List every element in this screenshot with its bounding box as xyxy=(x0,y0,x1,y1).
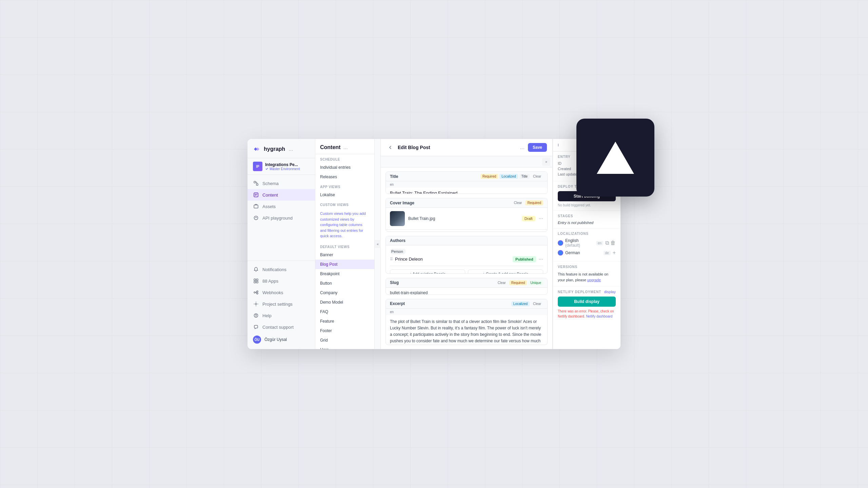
edit-body: Title Required Localized Title Clear en xyxy=(381,167,552,349)
german-lang-actions: + xyxy=(613,250,616,256)
content-list-title: Content xyxy=(320,144,340,150)
default-views-section-label: DEFAULT VIEWS xyxy=(315,242,374,250)
cover-thumb-visual xyxy=(390,211,405,226)
cover-dots-menu[interactable]: ··· xyxy=(539,216,543,222)
german-add-button[interactable]: + xyxy=(613,250,616,256)
excerpt-clear-button[interactable]: Clear xyxy=(531,301,543,306)
sidebar-item-help[interactable]: Help xyxy=(248,310,315,321)
slug-required-badge: Required xyxy=(509,280,527,285)
settings-icon xyxy=(253,301,259,307)
upgrade-link[interactable]: upgrade xyxy=(587,278,601,282)
english-copy-button[interactable]: ⧉ xyxy=(605,240,609,246)
sidebar-item-apps[interactable]: 88 Apps xyxy=(248,275,315,287)
list-item-button[interactable]: Button xyxy=(315,279,374,288)
sidebar-label-notifications: Notifications xyxy=(262,267,287,272)
english-flag-icon: 🌐 xyxy=(558,240,563,246)
add-existing-people-button[interactable]: + Add existing People xyxy=(390,269,465,274)
list-item-lokalise[interactable]: Lokalise xyxy=(315,190,374,200)
english-delete-button[interactable]: 🗑 xyxy=(610,240,616,246)
author-dots-menu[interactable]: ··· xyxy=(539,256,543,262)
title-clear-button[interactable]: Clear xyxy=(531,174,543,179)
stages-section-title: STAGES xyxy=(558,214,616,218)
support-icon xyxy=(253,324,259,330)
list-item-individual-entries[interactable]: Individual entries xyxy=(315,163,374,172)
build-display-button[interactable]: Build display xyxy=(558,297,616,307)
svg-rect-2 xyxy=(254,193,258,197)
back-button[interactable] xyxy=(386,143,394,151)
netlify-display-toggle[interactable]: display xyxy=(604,290,616,294)
svg-rect-0 xyxy=(254,181,256,183)
no-build-text: No build triggered yet. xyxy=(558,203,616,207)
id-label: ID xyxy=(558,161,561,165)
collapse-left-button[interactable]: « xyxy=(375,240,381,248)
sidebar-item-content[interactable]: Content xyxy=(248,189,315,201)
help-icon xyxy=(253,312,259,319)
author-name: ⠿ Prince Deleon xyxy=(390,257,423,262)
list-item-banner[interactable]: Banner xyxy=(315,250,374,260)
drag-handle-icon[interactable]: ⠿ xyxy=(390,257,393,262)
list-item-company[interactable]: Company xyxy=(315,288,374,298)
svg-rect-3 xyxy=(254,205,258,208)
list-item-breakpoint[interactable]: Breakpoint xyxy=(315,269,374,279)
list-item-faq[interactable]: FAQ xyxy=(315,307,374,317)
list-item-footer[interactable]: Footer xyxy=(315,326,374,336)
excerpt-field-label: Excerpt xyxy=(390,301,405,306)
save-button[interactable]: Save xyxy=(528,143,547,152)
sidebar-item-schema[interactable]: Schema xyxy=(248,178,315,189)
excerpt-localized-badge: Localized xyxy=(511,301,530,306)
schema-icon xyxy=(253,180,259,186)
person-tag-label: Person xyxy=(390,249,406,254)
list-item-blog-post[interactable]: Blog Post xyxy=(315,260,374,269)
netlify-error-text: There was an error. Please, check on Net… xyxy=(558,309,616,319)
excerpt-field-block: Excerpt Localized Clear en The plot of B… xyxy=(386,299,548,345)
collapse-right-button[interactable]: » xyxy=(542,158,550,166)
svg-rect-7 xyxy=(254,281,256,283)
replace-cover-link[interactable]: ↺ Replace Cover Image xyxy=(386,229,547,231)
sidebar-label-help: Help xyxy=(262,313,272,318)
svg-rect-6 xyxy=(256,279,258,281)
list-item-hero[interactable]: Hero xyxy=(315,345,374,349)
cover-draft-badge: Draft xyxy=(522,216,535,221)
cover-clear-button[interactable]: Clear xyxy=(512,200,524,205)
authors-content: Person ⠿ Prince Deleon Published ··· xyxy=(386,245,547,274)
list-item-releases[interactable]: Releases xyxy=(315,172,374,182)
authors-field-label: Authors xyxy=(390,238,406,243)
list-item-demo-model[interactable]: Demo Model xyxy=(315,298,374,307)
schedule-section-label: SCHEDULE xyxy=(315,154,374,163)
logo-dots-menu[interactable]: ... xyxy=(289,146,293,152)
content-list-dots-menu[interactable]: ... xyxy=(343,144,348,150)
sidebar-item-assets[interactable]: Assets xyxy=(248,201,315,212)
stages-value: Entry is not published xyxy=(558,221,616,225)
triangle-icon xyxy=(597,142,634,174)
title-input[interactable] xyxy=(386,188,547,194)
user-item[interactable]: ÖU Özgür Uysal xyxy=(248,333,315,346)
sidebar-label-content: Content xyxy=(262,192,278,198)
versions-text: This feature is not available on your pl… xyxy=(558,271,616,283)
sidebar-item-api[interactable]: API playground xyxy=(248,212,315,224)
netlify-dashboard-link[interactable]: Netlify dashboard xyxy=(586,314,612,318)
title-lang-indicator: en xyxy=(386,181,547,188)
sidebar-item-notifications[interactable]: Notifications xyxy=(248,264,315,275)
logo-area: hygraph ... xyxy=(248,139,315,158)
published-badge: Published xyxy=(513,256,536,262)
list-item-grid[interactable]: Grid xyxy=(315,336,374,345)
excerpt-field-badges: Localized Clear xyxy=(511,301,543,306)
svg-point-12 xyxy=(255,303,257,305)
author-actions: Published ··· xyxy=(513,256,543,262)
sidebar-item-webhooks[interactable]: Webhooks xyxy=(248,287,315,298)
german-flag-icon: 🌐 xyxy=(558,250,563,256)
cover-image-field-block: Cover Image Clear Required Bullet Train.… xyxy=(386,198,548,231)
edit-dots-menu[interactable]: ... xyxy=(520,144,525,150)
webhooks-icon xyxy=(253,289,259,296)
bell-icon xyxy=(253,266,259,272)
sidebar-label-webhooks: Webhooks xyxy=(262,290,283,295)
workspace-avatar: IP xyxy=(253,162,262,171)
list-item-feature[interactable]: Feature xyxy=(315,317,374,326)
localization-english: 🌐 English (default) en ⧉ 🗑 xyxy=(558,238,616,248)
workspace-selector[interactable]: IP Integrations Pe... Master Environment xyxy=(248,158,315,175)
slug-clear-button[interactable]: Clear xyxy=(496,280,508,285)
create-add-people-button[interactable]: + Create & add new People xyxy=(468,269,543,274)
overlay-icon-block xyxy=(576,119,654,197)
sidebar-item-contact-support[interactable]: Contact support xyxy=(248,321,315,333)
sidebar-item-project-settings[interactable]: Project settings xyxy=(248,298,315,310)
